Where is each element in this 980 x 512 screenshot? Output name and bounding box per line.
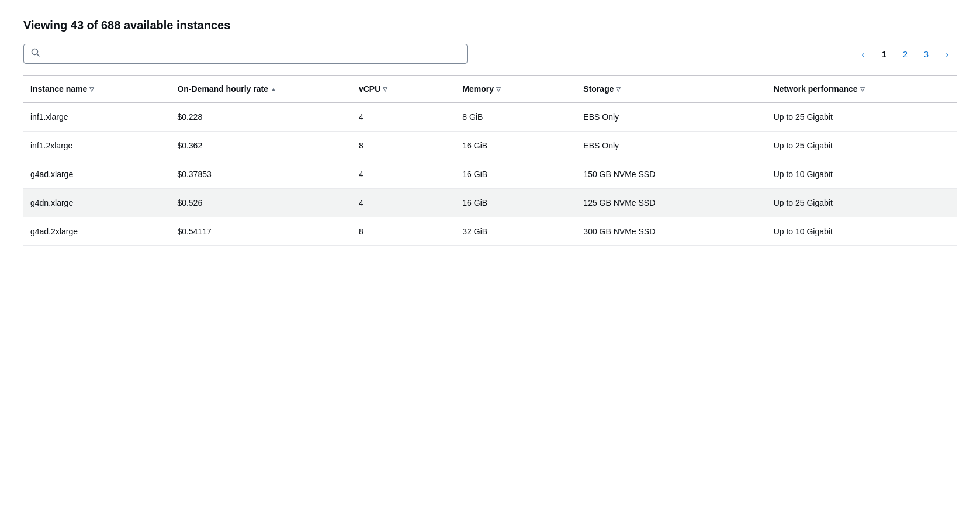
col-header-network: Network performance ▽: [767, 76, 957, 103]
col-header-storage: Storage ▽: [576, 76, 766, 103]
col-label-network: Network performance: [774, 84, 858, 94]
col-header-instance-name: Instance name ▽: [23, 76, 170, 103]
cell-hourly-rate: $0.54117: [170, 217, 352, 246]
pagination-next-button[interactable]: ›: [938, 44, 957, 63]
search-box[interactable]: [23, 44, 468, 64]
cell-network: Up to 25 Gigabit: [767, 102, 957, 132]
search-pagination-row: ‹ 1 2 3 ›: [23, 44, 957, 64]
col-label-storage: Storage: [583, 84, 614, 94]
cell-memory: 16 GiB: [455, 189, 576, 217]
cell-storage: 150 GB NVMe SSD: [576, 160, 766, 189]
table-row: g4ad.xlarge$0.37853416 GiB150 GB NVMe SS…: [23, 160, 957, 189]
table-row: inf1.2xlarge$0.362816 GiBEBS OnlyUp to 2…: [23, 132, 957, 160]
cell-hourly-rate: $0.526: [170, 189, 352, 217]
cell-instance-name: inf1.xlarge: [23, 102, 170, 132]
cell-storage: EBS Only: [576, 132, 766, 160]
search-input[interactable]: [45, 49, 460, 58]
cell-vcpu: 4: [352, 189, 455, 217]
cell-instance-name: inf1.2xlarge: [23, 132, 170, 160]
cell-memory: 16 GiB: [455, 160, 576, 189]
table-row: g4ad.2xlarge$0.54117832 GiB300 GB NVMe S…: [23, 217, 957, 246]
table-body: inf1.xlarge$0.22848 GiBEBS OnlyUp to 25 …: [23, 102, 957, 246]
table-row: g4dn.xlarge$0.526416 GiB125 GB NVMe SSDU…: [23, 189, 957, 217]
sort-icon-storage[interactable]: ▽: [616, 86, 621, 92]
pagination-prev-button[interactable]: ‹: [854, 44, 872, 63]
sort-icon-hourly-rate[interactable]: ▲: [271, 86, 276, 92]
cell-vcpu: 4: [352, 160, 455, 189]
sort-icon-vcpu[interactable]: ▽: [383, 86, 387, 92]
cell-network: Up to 10 Gigabit: [767, 160, 957, 189]
table-row: inf1.xlarge$0.22848 GiBEBS OnlyUp to 25 …: [23, 102, 957, 132]
cell-instance-name: g4dn.xlarge: [23, 189, 170, 217]
pagination-page-1[interactable]: 1: [875, 44, 894, 63]
cell-storage: 300 GB NVMe SSD: [576, 217, 766, 246]
cell-hourly-rate: $0.37853: [170, 160, 352, 189]
sort-icon-instance-name[interactable]: ▽: [89, 86, 94, 92]
main-container: Viewing 43 of 688 available instances ‹ …: [0, 0, 980, 265]
sort-icon-network[interactable]: ▽: [860, 86, 865, 92]
cell-memory: 16 GiB: [455, 132, 576, 160]
pagination-page-3[interactable]: 3: [917, 44, 936, 63]
cell-memory: 8 GiB: [455, 102, 576, 132]
cell-instance-name: g4ad.2xlarge: [23, 217, 170, 246]
sort-icon-memory[interactable]: ▽: [496, 86, 501, 92]
cell-hourly-rate: $0.228: [170, 102, 352, 132]
col-header-memory: Memory ▽: [455, 76, 576, 103]
pagination-page-2[interactable]: 2: [896, 44, 915, 63]
cell-network: Up to 25 Gigabit: [767, 132, 957, 160]
cell-memory: 32 GiB: [455, 217, 576, 246]
col-label-memory: Memory: [462, 84, 494, 94]
cell-network: Up to 25 Gigabit: [767, 189, 957, 217]
cell-storage: 125 GB NVMe SSD: [576, 189, 766, 217]
pagination: ‹ 1 2 3 ›: [854, 44, 957, 63]
col-label-hourly-rate: On-Demand hourly rate: [177, 84, 268, 94]
svg-line-1: [37, 54, 39, 56]
col-label-instance-name: Instance name: [30, 84, 87, 94]
cell-storage: EBS Only: [576, 102, 766, 132]
search-icon: [31, 48, 40, 60]
table-header-row: Instance name ▽ On-Demand hourly rate ▲ …: [23, 76, 957, 103]
cell-instance-name: g4ad.xlarge: [23, 160, 170, 189]
cell-vcpu: 8: [352, 217, 455, 246]
col-label-vcpu: vCPU: [359, 84, 380, 94]
instances-table: Instance name ▽ On-Demand hourly rate ▲ …: [23, 75, 957, 246]
col-header-vcpu: vCPU ▽: [352, 76, 455, 103]
cell-hourly-rate: $0.362: [170, 132, 352, 160]
cell-network: Up to 10 Gigabit: [767, 217, 957, 246]
cell-vcpu: 4: [352, 102, 455, 132]
col-header-hourly-rate: On-Demand hourly rate ▲: [170, 76, 352, 103]
page-title: Viewing 43 of 688 available instances: [23, 19, 957, 32]
cell-vcpu: 8: [352, 132, 455, 160]
